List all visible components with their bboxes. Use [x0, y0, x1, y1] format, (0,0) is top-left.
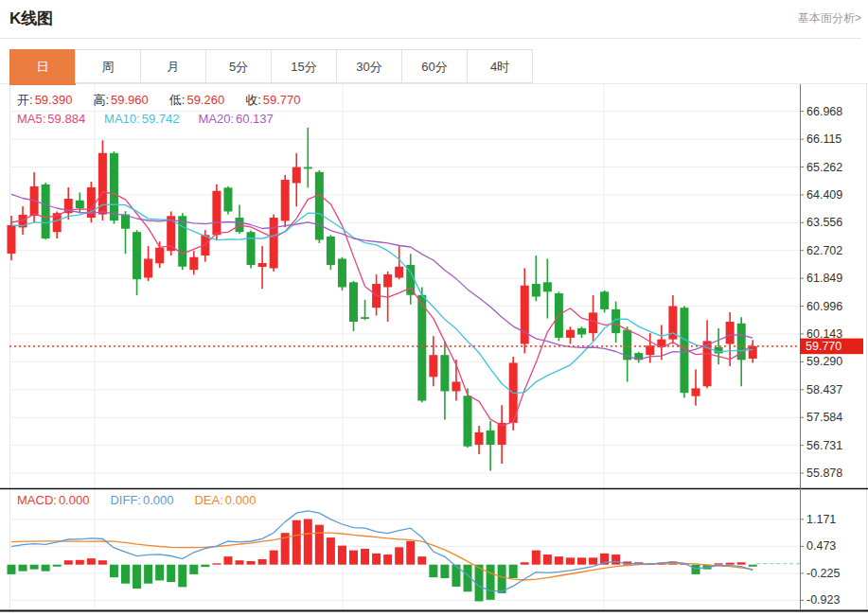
macd-legend-item: DIFF:0.000 [110, 493, 173, 507]
axis-tick-label: 60.996 [806, 300, 842, 313]
axis-tick-label: 65.262 [806, 161, 842, 174]
tab-日[interactable]: 日 [9, 49, 76, 85]
tab-月[interactable]: 月 [140, 49, 206, 83]
axis-tick-label: 0.473 [806, 539, 836, 553]
axis-tick-label: 59.290 [806, 355, 842, 368]
macd-legend: MACD:0.000DIFF:0.000DEA:0.000 [17, 493, 256, 507]
ma-legend-item: MA20:60.137 [198, 112, 273, 126]
kline-widget: K线图 基本面分析> 日周月5分15分30分60分4时 开:59.390高:59… [0, 0, 868, 616]
ma-legend: MA5:59.884MA10:59.742MA20:60.137 [17, 112, 274, 126]
tab-4时[interactable]: 4时 [467, 49, 533, 83]
ohlc-legend-item: 收:59.770 [245, 92, 300, 109]
ma-legend-item: MA10:59.742 [104, 112, 179, 126]
axis-tick-label: 62.702 [806, 244, 842, 257]
tab-30分[interactable]: 30分 [336, 49, 402, 83]
ohlc-legend-item: 低:59.260 [169, 92, 224, 109]
ma-legend-item: MA5:59.884 [17, 112, 85, 126]
axis-tick-label: 57.584 [806, 411, 842, 424]
ohlc-legend-item: 高:59.960 [93, 92, 148, 109]
axis-tick-label: 64.409 [806, 188, 842, 202]
timeframe-tabbar: 日周月5分15分30分60分4时 [9, 49, 533, 85]
axis-tick-label: 55.878 [806, 466, 842, 480]
axis-tick-label: 66.968 [806, 105, 842, 118]
ohlc-legend: 开:59.390高:59.960低:59.260收:59.770 [17, 92, 301, 109]
macd-legend-item: MACD:0.000 [17, 493, 89, 507]
tab-5分[interactable]: 5分 [205, 49, 272, 83]
axis-tick-label: 1.171 [806, 513, 836, 526]
current-price-value: 59.770 [806, 340, 841, 353]
axis-tick-label: 61.849 [806, 272, 842, 285]
axis-tick-label: 63.556 [806, 216, 842, 229]
tab-周[interactable]: 周 [75, 49, 141, 83]
ohlc-legend-item: 开:59.390 [17, 92, 72, 109]
axis-tick-label: 56.731 [806, 439, 842, 452]
tab-60分[interactable]: 60分 [401, 49, 468, 83]
axis-tick-label: 66.115 [806, 132, 841, 146]
macd-legend-item: DEA:0.000 [194, 493, 256, 507]
axis-tick-label: -0.923 [806, 593, 840, 607]
axis-tick-label: -0.225 [806, 567, 840, 580]
tab-15分[interactable]: 15分 [271, 49, 337, 83]
axis-tick-label: 58.437 [806, 383, 842, 396]
